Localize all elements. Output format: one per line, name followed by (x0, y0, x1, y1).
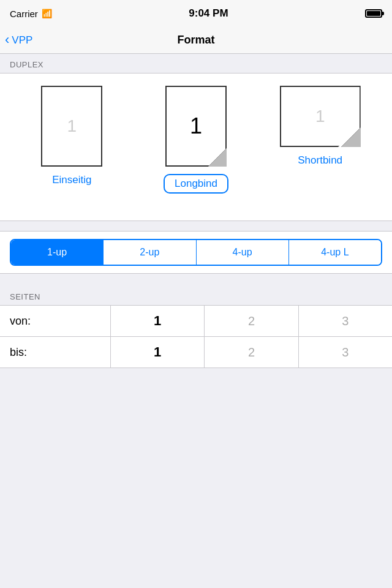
wifi-icon: 📶 (42, 9, 52, 18)
seiten-values-bis: 1 2 3 (111, 337, 392, 368)
battery-fill (367, 11, 380, 16)
seiten-label-von: von: (0, 307, 110, 335)
gap-1 (0, 221, 392, 231)
nav-bar: ‹ VPP Format (0, 27, 392, 54)
einseitig-label: Einseitig (52, 174, 91, 186)
chevron-left-icon: ‹ (5, 33, 9, 47)
seiten-row-bis: bis: 1 2 3 (0, 337, 392, 368)
duplex-options: 1 Einseitig 1 Longbind (10, 86, 382, 194)
duplex-option-longbind[interactable]: 1 Longbind (134, 86, 258, 194)
back-button[interactable]: ‹ VPP (5, 34, 32, 47)
einseitig-preview: 1 (41, 86, 102, 167)
seiten-bis-val-2[interactable]: 2 (205, 337, 298, 368)
seiten-von-val-1[interactable]: 1 (111, 306, 205, 336)
nup-1up[interactable]: 1-up (11, 240, 104, 265)
time-display: 9:04 PM (189, 7, 228, 20)
duplex-option-shortbind[interactable]: 1 Shortbind (258, 86, 382, 167)
shortbind-page-wrapper: 1 (280, 86, 361, 147)
nup-section: 1-up 2-up 4-up 4-up L (0, 231, 392, 274)
duplex-section: 1 Einseitig 1 Longbind (0, 73, 392, 221)
longbind-label-wrap: Longbind (164, 174, 228, 194)
seiten-section: SEITEN von: 1 2 3 bis: (0, 286, 392, 368)
longbind-page-wrapper: 1 (165, 86, 227, 167)
shortbind-fold-icon (341, 127, 361, 147)
shortbind-preview: 1 (280, 86, 361, 147)
page-title: Format (177, 34, 214, 47)
back-label: VPP (12, 34, 32, 47)
seiten-values-von: 1 2 3 (111, 306, 392, 336)
battery-icon (365, 9, 382, 18)
seiten-von-val-3[interactable]: 3 (299, 306, 392, 336)
seiten-rows: von: 1 2 3 bis: 1 (0, 305, 392, 368)
nup-4up[interactable]: 4-up (197, 240, 289, 265)
longbind-preview: 1 (165, 86, 227, 167)
nup-segmented-control: 1-up 2-up 4-up 4-up L (10, 239, 382, 266)
einseitig-page: 1 (41, 86, 102, 167)
seiten-row-von: von: 1 2 3 (0, 306, 392, 337)
einseitig-page-num: 1 (67, 116, 77, 136)
longbind-page-num: 1 (190, 113, 202, 139)
shortbind-page-num: 1 (315, 107, 325, 126)
nup-4upl[interactable]: 4-up L (289, 240, 381, 265)
seiten-bis-val-3[interactable]: 3 (299, 337, 392, 368)
duplex-section-header: DUPLEX (0, 54, 392, 73)
longbind-label: Longbind (175, 178, 217, 189)
seiten-label-bis: bis: (0, 339, 110, 366)
longbind-fold-icon (208, 148, 227, 167)
battery-area (365, 9, 382, 18)
shortbind-label: Shortbind (298, 154, 342, 167)
carrier-info: Carrier 📶 (10, 9, 52, 19)
seiten-von-val-2[interactable]: 2 (205, 306, 298, 336)
status-bar: Carrier 📶 9:04 PM (0, 0, 392, 27)
nup-2up[interactable]: 2-up (104, 240, 196, 265)
duplex-option-einseitig[interactable]: 1 Einseitig (10, 86, 134, 186)
seiten-section-header: SEITEN (0, 286, 392, 305)
seiten-bis-val-1[interactable]: 1 (111, 337, 205, 368)
carrier-label: Carrier (10, 9, 38, 19)
